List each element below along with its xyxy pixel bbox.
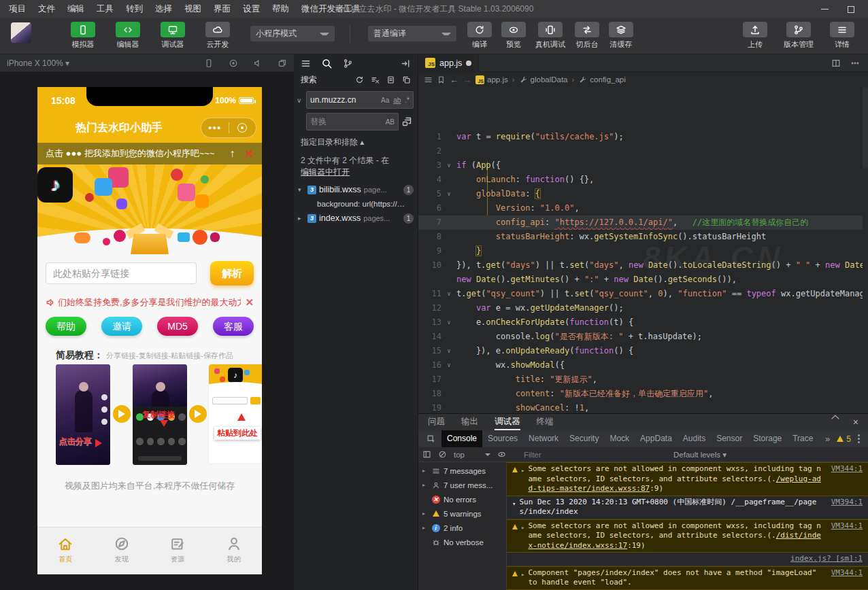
bookmark-icon[interactable]: [437, 75, 446, 84]
pill-button[interactable]: 客服: [213, 317, 254, 336]
mode-select[interactable]: 小程序模式: [250, 26, 335, 41]
menu-item[interactable]: 界面: [207, 0, 237, 18]
fold-caret-icon[interactable]: ∨: [441, 158, 456, 173]
console-filter-item[interactable]: ▸7 messages: [418, 464, 506, 478]
code-line[interactable]: 4 onLaunch: function() {},: [418, 173, 863, 187]
device-icon[interactable]: [204, 58, 214, 68]
phone-tab-discover[interactable]: 发现: [94, 527, 150, 574]
menu-item[interactable]: 视图: [178, 0, 207, 18]
code-line[interactable]: 18 content: "新版本已经准备好，单击确定重启应用",: [418, 387, 863, 401]
console-row-srconly[interactable]: ·index.js? [sm]:1: [507, 553, 868, 566]
devtools-tab-sensor[interactable]: Sensor: [711, 430, 748, 447]
fold-caret-icon[interactable]: ∨: [441, 344, 456, 358]
match-case-option[interactable]: Aa: [381, 97, 389, 104]
clear-results-icon[interactable]: [371, 75, 380, 84]
devtools-tab-appdata[interactable]: AppData: [635, 430, 678, 447]
inspect-element-icon[interactable]: [427, 434, 436, 444]
expand-caret-icon[interactable]: ▸: [521, 521, 524, 533]
code-line[interactable]: 14 console.log("是否有新版本: " + t.hasUpdate)…: [418, 330, 863, 344]
code-line[interactable]: 6 Version: "1.0.0",: [418, 201, 863, 215]
clear-console-icon[interactable]: [438, 450, 447, 459]
code-line[interactable]: new Date().getMinutes() + ":" + new Date…: [418, 273, 863, 287]
code-line[interactable]: 1var t = require("utils/cache.js");: [418, 130, 863, 144]
share-link-input[interactable]: 此处粘贴分享链接: [46, 262, 197, 284]
code-area[interactable]: 1var t = require("utils/cache.js");23∨if…: [418, 87, 863, 413]
devtools-tab-console[interactable]: Console: [441, 430, 482, 447]
collapse-panel-icon[interactable]: [831, 415, 839, 422]
action-button-devicedebug[interactable]: 真机调试: [534, 18, 567, 50]
module-button-cloud[interactable]: 云开发: [201, 18, 234, 50]
code-line[interactable]: 8 statusBarHeight: wx.getSystemInfoSync(…: [418, 230, 863, 244]
search-input[interactable]: un.muzzz.cn Aa ab .*: [306, 91, 414, 109]
editor-tab-appjs[interactable]: JS app.js: [418, 54, 479, 72]
devtools-tab-storage[interactable]: Storage: [748, 430, 787, 447]
include-exclude-toggle[interactable]: 指定目录和排除 ▴: [294, 131, 418, 151]
menu-icon[interactable]: [424, 75, 433, 84]
console-filter-item[interactable]: ▸5 warnings: [418, 506, 506, 521]
console-row-warn[interactable]: ▸Some selectors are not allowed in compo…: [507, 462, 868, 496]
compile-select[interactable]: 普通编译: [368, 26, 456, 41]
float-window-icon[interactable]: [278, 58, 287, 68]
marquee-close-icon[interactable]: ✕: [245, 296, 254, 309]
device-selector[interactable]: iPhone X 100% ▾: [7, 58, 69, 68]
console-filter-item[interactable]: ▸7 user mess...: [418, 478, 506, 492]
breadcrumb-item[interactable]: config_api: [578, 75, 625, 84]
code-line[interactable]: 5∨ globalData: {: [418, 187, 863, 201]
menu-item[interactable]: 设置: [237, 0, 266, 18]
source-location-link[interactable]: VM344:1: [831, 464, 863, 474]
menu-item[interactable]: 项目: [3, 0, 32, 18]
source-location-link[interactable]: VM344:1: [831, 521, 863, 532]
console-row-warn[interactable]: ▸Component "pages/index/index" does not …: [507, 566, 868, 590]
action-button-upload[interactable]: 上传: [739, 18, 771, 50]
menu-item[interactable]: 文件: [32, 0, 61, 18]
action-button-details[interactable]: 详情: [826, 18, 858, 50]
expand-caret-icon[interactable]: ▸: [298, 215, 305, 222]
code-line[interactable]: 9 }: [418, 244, 863, 258]
action-button-branch[interactable]: 版本管理: [782, 18, 815, 50]
context-selector[interactable]: top: [454, 451, 490, 459]
maximize-button[interactable]: [848, 6, 854, 13]
code-line[interactable]: 10}), t.get("days") || t.set("days", new…: [418, 258, 863, 273]
preserve-case-option[interactable]: AB: [386, 118, 395, 126]
panel-tab[interactable]: 终端: [537, 414, 554, 430]
close-target-icon[interactable]: [229, 123, 256, 133]
search-result-file[interactable]: ▸3index.wxsspages...1: [294, 211, 418, 226]
console-row-warn[interactable]: ▸Some selectors are not allowed in compo…: [507, 519, 868, 553]
devtools-tab-mock[interactable]: Mock: [604, 430, 635, 447]
code-line[interactable]: 2: [418, 144, 863, 158]
expand-caret-icon[interactable]: ▸: [521, 464, 524, 476]
menu-item[interactable]: 编辑: [61, 0, 90, 18]
nav-back-icon[interactable]: ←: [450, 75, 458, 85]
code-line[interactable]: 13∨ e.onCheckForUpdate(function(t) {: [418, 315, 863, 330]
breadcrumb-item[interactable]: JSapp.js: [475, 75, 508, 84]
fold-caret-icon[interactable]: ∨: [441, 315, 456, 330]
split-editor-icon[interactable]: [831, 58, 841, 68]
expand-caret-icon[interactable]: ▸: [521, 568, 524, 580]
editor-scrollbar[interactable]: [863, 87, 868, 169]
module-button-debugwin[interactable]: 调试器: [156, 18, 189, 50]
devtools-tab-audits[interactable]: Audits: [678, 430, 711, 447]
tab-overflow-icon[interactable]: »: [825, 434, 830, 444]
panel-tab[interactable]: 问题: [428, 414, 445, 430]
refresh-search-icon[interactable]: [355, 75, 364, 84]
console-filter-input[interactable]: Filter: [524, 451, 626, 459]
console-filter-item[interactable]: No verbose: [418, 535, 506, 549]
code-line[interactable]: 17 title: "更新提示",: [418, 372, 863, 387]
code-line[interactable]: 12 var e = wx.getUpdateManager();: [418, 301, 863, 315]
code-line[interactable]: 16∨ wx.showModal({: [418, 358, 863, 372]
expand-caret-icon[interactable]: ▾: [512, 498, 516, 509]
open-in-editor-icon[interactable]: [386, 75, 395, 84]
pill-button[interactable]: 邀请: [101, 317, 142, 336]
warning-count-badge[interactable]: 5: [837, 434, 851, 444]
fold-caret-icon[interactable]: ∨: [441, 187, 456, 201]
console-row-group[interactable]: ▾Sun Dec 13 2020 14:20:13 GMT+0800 (中国标准…: [507, 496, 868, 519]
action-button-bgswitch[interactable]: 切后台: [573, 18, 601, 50]
sound-icon[interactable]: [253, 58, 263, 68]
replace-input[interactable]: 替换 AB: [306, 113, 399, 131]
code-line[interactable]: 3∨if (App({: [418, 158, 863, 173]
source-location-link[interactable]: VM394:1: [831, 498, 863, 508]
regex-option[interactable]: .*: [405, 97, 410, 104]
action-button-refresh[interactable]: 编译: [466, 18, 493, 50]
minimize-button[interactable]: [821, 9, 829, 10]
search-icon[interactable]: [321, 58, 333, 69]
